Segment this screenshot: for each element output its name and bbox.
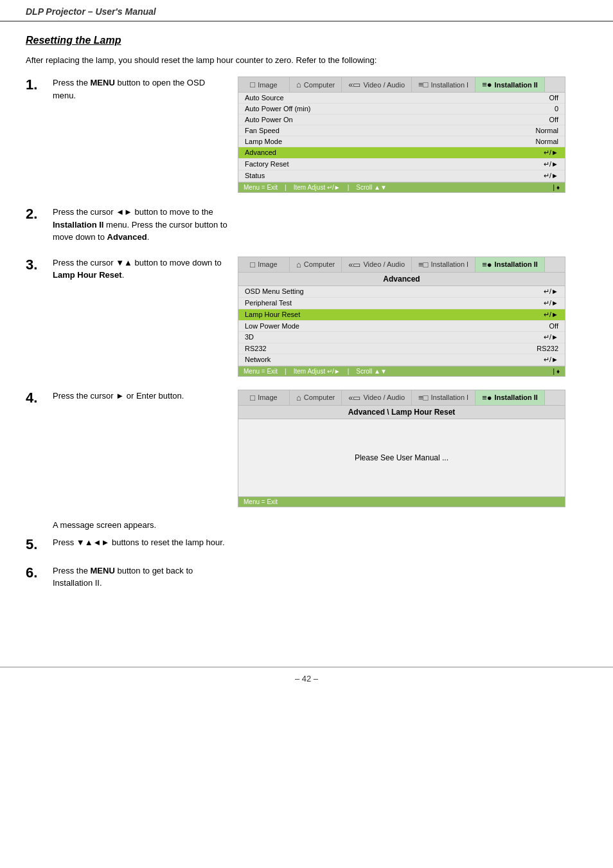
osd2-sep2: | [348, 368, 350, 375]
osd1-row-factoryreset: Factory Reset↵/► [238, 159, 565, 170]
osd1-tab-installation1: ≡□ Installation I [412, 77, 475, 92]
osd3-message: Please See User Manual ... [355, 453, 449, 462]
osd2-item-adjust: Item Adjust ↵/► [294, 368, 341, 375]
step-text-3: Press the cursor ▼▲ button to move down … [53, 257, 238, 282]
page-footer: – 42 – [0, 667, 613, 690]
step-text-2: Press the cursor ◄► button to move to th… [53, 206, 238, 244]
step-number-6: 6. [26, 566, 49, 580]
osd1-row-autopoweroff: Auto Power Off (min)0 [238, 104, 565, 114]
osd2-scroll: Scroll ▲▼ [356, 368, 387, 375]
page-number: – 42 – [295, 674, 318, 683]
osd3-computer-icon: ⌂ [296, 393, 301, 402]
osd1-tab-video: «▭ Video / Audio [342, 77, 412, 92]
step-row-3: 3. Press the cursor ▼▲ button to move do… [26, 257, 587, 377]
osd2-tab-installation1: ≡□ Installation I [412, 257, 475, 272]
osd1-menu-exit: Menu = Exit [244, 184, 278, 191]
step-number-5: 5. [26, 538, 49, 552]
osd2-sep1: | [285, 368, 287, 375]
osd3-tabs: □ Image ⌂ Computer «▭ Video / Audio ≡□ I… [238, 390, 565, 406]
osd2-row-osdmenu: OSD Menu Setting↵/► [238, 286, 565, 298]
step-row-6: 6. Press the MENU button to get back to … [26, 565, 587, 590]
osd1-sep1: | [285, 184, 287, 191]
osd1-row-advanced: Advanced↵/► [238, 147, 565, 159]
osd2-rows: OSD Menu Setting↵/► Peripheral Test↵/► L… [238, 286, 565, 366]
osd2-video-icon: «▭ [348, 260, 360, 269]
osd2-installation1-icon: ≡□ [418, 260, 428, 269]
osd3-tab-installation1: ≡□ Installation I [412, 390, 475, 405]
step-row-2: 2. Press the cursor ◄► button to move to… [26, 206, 587, 244]
osd3-installation1-icon: ≡□ [418, 393, 428, 402]
osd2-row-lamphour: Lamp Hour Reset↵/► [238, 309, 565, 321]
osd2-tab-video: «▭ Video / Audio [342, 257, 412, 272]
osd-screen-2: □ Image ⌂ Computer «▭ Video / Audio ≡□ I… [238, 257, 565, 377]
osd3-tab-computer: ⌂ Computer [290, 390, 342, 405]
step-row-4: 4. Press the cursor ► or Enter button. □… [26, 390, 587, 507]
osd3-bottom-bar: Menu = Exit [238, 496, 565, 507]
installation1-icon: ≡□ [418, 80, 428, 89]
osd3-tab-installation2: ≡● Installation II [475, 390, 545, 405]
video-icon: «▭ [348, 80, 360, 89]
osd2-row-network: Network↵/► [238, 354, 565, 366]
step-1-text: Press the MENU button to open the OSD me… [53, 77, 227, 102]
step-number-1: 1. [26, 78, 49, 92]
osd2-installation2-icon: ≡● [482, 260, 492, 269]
step-4-image: □ Image ⌂ Computer «▭ Video / Audio ≡□ I… [238, 390, 587, 507]
main-content: Resetting the Lamp After replacing the l… [0, 28, 613, 628]
step-number-3: 3. [26, 258, 49, 272]
osd2-computer-icon: ⌂ [296, 260, 301, 269]
osd2-tab-installation2: ≡● Installation II [475, 257, 545, 272]
osd1-tab-computer: ⌂ Computer [290, 77, 342, 92]
osd3-breadcrumb: Advanced \ Lamp Hour Reset [238, 406, 565, 419]
osd1-row-lampmode: Lamp ModeNormal [238, 136, 565, 147]
step-5-text: Press ▼▲◄► buttons to reset the lamp hou… [53, 536, 227, 549]
osd1-bottom-bar: Menu = Exit | Item Adjust ↵/► | Scroll ▲… [238, 182, 565, 192]
osd3-installation2-icon: ≡● [482, 393, 492, 402]
osd2-menu-exit: Menu = Exit [244, 368, 278, 375]
installation2-icon: ≡● [482, 80, 492, 89]
osd1-row-autosource: Auto SourceOff [238, 93, 565, 104]
osd2-image-icon: □ [250, 260, 255, 269]
osd2-section-title: Advanced [238, 273, 565, 286]
step-2-text: Press the cursor ◄► button to move to th… [53, 206, 227, 244]
osd2-row-lowpower: Low Power ModeOff [238, 321, 565, 332]
step-row-5: 5. Press ▼▲◄► buttons to reset the lamp … [26, 536, 587, 552]
step-3-text: Press the cursor ▼▲ button to move down … [53, 257, 227, 282]
intro-text: After replacing the lamp, you should res… [26, 55, 587, 65]
step-1-image: □ Image ⌂ Computer «▭ Video / Audio ≡□ I… [238, 77, 587, 193]
image-icon: □ [250, 80, 255, 89]
osd1-row-status: Status↵/► [238, 170, 565, 182]
osd2-row-peripheral: Peripheral Test↵/► [238, 298, 565, 309]
osd2-tabs: □ Image ⌂ Computer «▭ Video / Audio ≡□ I… [238, 257, 565, 273]
page-header: DLP Projector – User's Manual [0, 0, 613, 22]
step-row-1: 1. Press the MENU button to open the OSD… [26, 77, 587, 193]
step-text-6: Press the MENU button to get back to Ins… [53, 565, 238, 590]
osd1-rows: Auto SourceOff Auto Power Off (min)0 Aut… [238, 93, 565, 182]
osd3-tab-image: □ Image [238, 390, 290, 405]
step-text-4: Press the cursor ► or Enter button. [53, 390, 238, 402]
osd1-tab-installation2: ≡● Installation II [475, 77, 545, 92]
osd3-video-icon: «▭ [348, 393, 360, 402]
osd2-icon: | ♦ [553, 368, 560, 375]
step-4-text: Press the cursor ► or Enter button. [53, 390, 227, 402]
header-title: DLP Projector – User's Manual [26, 6, 156, 17]
step-6-text: Press the MENU button to get back to Ins… [53, 565, 227, 590]
osd1-icon: | ♦ [553, 184, 560, 191]
osd1-tab-image: □ Image [238, 77, 290, 92]
step-4b: A message screen appears. [53, 520, 587, 530]
osd2-bottom-bar: Menu = Exit | Item Adjust ↵/► | Scroll ▲… [238, 366, 565, 376]
step-text-5: Press ▼▲◄► buttons to reset the lamp hou… [53, 536, 238, 549]
osd3-menu-exit: Menu = Exit [244, 498, 278, 505]
computer-icon: ⌂ [296, 80, 301, 89]
osd-screen-3: □ Image ⌂ Computer «▭ Video / Audio ≡□ I… [238, 390, 565, 507]
osd2-row-rs232: RS232RS232 [238, 343, 565, 354]
osd1-tabs: □ Image ⌂ Computer «▭ Video / Audio ≡□ I… [238, 77, 565, 93]
osd3-message-area: Please See User Manual ... [238, 419, 565, 496]
osd1-row-autopoweron: Auto Power OnOff [238, 114, 565, 125]
step-3-image: □ Image ⌂ Computer «▭ Video / Audio ≡□ I… [238, 257, 587, 377]
step-number-2: 2. [26, 207, 49, 221]
osd3-image-icon: □ [250, 393, 255, 402]
osd2-tab-image: □ Image [238, 257, 290, 272]
osd3-tab-video: «▭ Video / Audio [342, 390, 412, 405]
step-number-4: 4. [26, 391, 49, 405]
osd1-sep2: | [348, 184, 350, 191]
